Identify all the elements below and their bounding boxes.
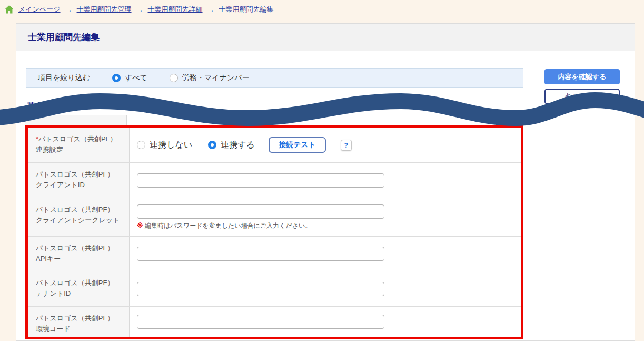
client-secret-input[interactable] (137, 204, 384, 219)
section-title-basic-info: 基本情報 (27, 101, 58, 111)
row-content (130, 163, 521, 198)
title-bar: 士業用顧問先編集 (16, 24, 635, 51)
radio-selected-icon[interactable] (112, 74, 121, 82)
help-icon[interactable]: ? (341, 140, 352, 151)
confirm-button[interactable]: 内容を確認する (544, 69, 620, 84)
row-content (130, 271, 521, 306)
page-title: 士業用顧問先編集 (28, 31, 100, 43)
row-content (130, 307, 521, 337)
filter-radio-all-label: すべて (125, 73, 147, 83)
row-content: 連携しない 連携する 接続テスト ? (130, 128, 521, 162)
row-label: パトスロゴス（共創PF） テナントID (28, 271, 130, 306)
note-mark: ※ (137, 222, 143, 229)
radio-selected-icon[interactable] (208, 141, 216, 149)
breadcrumb: メインページ → 士業用顧問先管理 → 士業用顧問先詳細 → 士業用顧問先編集 (4, 4, 274, 14)
row-label-line2: APIキー (36, 255, 61, 262)
radio-unselected-icon[interactable] (170, 74, 178, 82)
row-label-line1: パトスロゴス（共創PF） (36, 314, 114, 322)
form-table: *パトスロゴス（共創PF） 連携設定 連携しない 連携する 接続テスト ? (28, 128, 521, 337)
row-label-line2: クライアントID (36, 181, 85, 189)
home-icon[interactable] (4, 4, 14, 14)
breadcrumb-arrow-icon: → (136, 5, 144, 14)
row-label: パトスロゴス（共創PF） 環境コード (28, 307, 130, 337)
row-label: パトスロゴス（共創PF） クライアントシークレット (28, 198, 130, 236)
tenant-id-input[interactable] (137, 282, 384, 296)
filter-label: 項目を絞り込む (38, 73, 90, 83)
row-label: *パトスロゴス（共創PF） 連携設定 (28, 128, 130, 162)
breadcrumb-link-client-detail[interactable]: 士業用顧問先詳細 (148, 5, 203, 14)
link-on-radio[interactable]: 連携する (208, 140, 255, 151)
password-note: ※ 編集時はパスワードを変更したい場合にご入力ください。 (137, 221, 311, 230)
connection-test-button[interactable]: 接続テスト (269, 137, 326, 153)
radio-unselected-icon[interactable] (137, 141, 145, 149)
table-row-pf-link-setting: *パトスロゴス（共創PF） 連携設定 連携しない 連携する 接続テスト ? (28, 128, 521, 162)
breadcrumb-link-main-page[interactable]: メインページ (18, 5, 61, 14)
link-off-radio[interactable]: 連携しない (137, 140, 192, 151)
table-label-cell-partial (25, 115, 127, 125)
filter-radio-labor-mynumber-label: 労務・マイナンバー (182, 73, 250, 83)
filter-bar: 項目を絞り込む すべて 労務・マイナンバー (26, 68, 523, 88)
table-row-pf-tenant-id: パトスロゴス（共創PF） テナントID (28, 271, 521, 306)
row-label-line1: パトスロゴス（共創PF） (38, 135, 116, 143)
filter-radio-labor-mynumber[interactable]: 労務・マイナンバー (170, 73, 250, 83)
row-label: パトスロゴス（共創PF） クライアントID (28, 163, 130, 198)
breadcrumb-arrow-icon: → (207, 5, 215, 14)
row-content (130, 237, 521, 271)
breadcrumb-link-client-management[interactable]: 士業用顧問先管理 (77, 5, 132, 14)
table-row-pf-client-id: パトスロゴス（共創PF） クライアントID (28, 162, 521, 198)
page: メインページ → 士業用顧問先管理 → 士業用顧問先詳細 → 士業用顧問先編集 … (0, 0, 644, 341)
row-label-line1: パトスロゴス（共創PF） (36, 206, 114, 213)
cancel-button[interactable]: キャンセル (544, 89, 620, 104)
api-key-input[interactable] (137, 247, 384, 261)
table-row-pf-client-secret: パトスロゴス（共創PF） クライアントシークレット ※ 編集時はパスワードを変更… (28, 198, 521, 236)
table-row-partial (25, 115, 523, 125)
row-label-line2: テナントID (36, 289, 71, 297)
row-label: パトスロゴス（共創PF） APIキー (28, 237, 130, 271)
content-panel: 士業用顧問先編集 項目を絞り込む すべて 労務・マイナンバー 内容を確認する キ… (16, 23, 635, 341)
breadcrumb-current-client-edit: 士業用顧問先編集 (219, 5, 274, 14)
link-on-radio-label: 連携する (221, 140, 255, 151)
row-label-line1: パトスロゴス（共創PF） (36, 244, 114, 252)
row-label-line1: パトスロゴス（共創PF） (36, 279, 114, 287)
row-label-line1: パトスロゴス（共創PF） (36, 170, 114, 178)
link-off-radio-label: 連携しない (150, 140, 192, 151)
note-text: 編集時はパスワードを変更したい場合にご入力ください。 (145, 222, 311, 229)
table-row-pf-env-code: パトスロゴス（共創PF） 環境コード (28, 306, 521, 337)
breadcrumb-arrow-icon: → (65, 5, 73, 14)
table-row-pf-api-key: パトスロゴス（共創PF） APIキー (28, 236, 521, 271)
client-id-input[interactable] (137, 173, 384, 188)
row-label-line2: 連携設定 (36, 145, 63, 153)
row-content: ※ 編集時はパスワードを変更したい場合にご入力ください。 (130, 198, 521, 236)
row-label-line2: 環境コード (36, 325, 71, 333)
env-code-input[interactable] (137, 315, 384, 329)
row-label-line2: クライアントシークレット (36, 216, 120, 224)
filter-radio-all[interactable]: すべて (112, 73, 147, 83)
